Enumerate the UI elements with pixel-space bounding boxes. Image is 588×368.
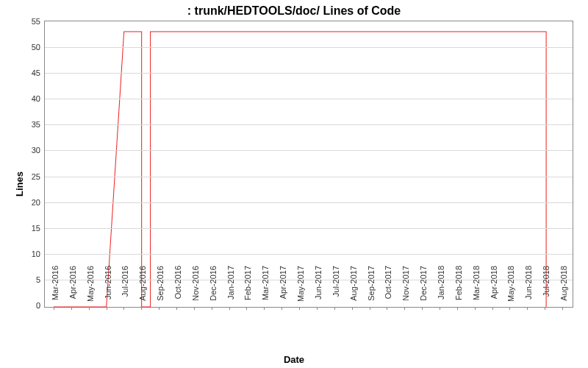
y-tick-label: 20 — [32, 198, 45, 207]
y-tick-label: 10 — [32, 250, 45, 258]
x-tick-label: Nov-2017 — [401, 266, 410, 310]
x-tick-label: Mar-2017 — [261, 266, 270, 310]
x-tick-label: Apr-2017 — [279, 266, 287, 310]
y-axis-label: Lines — [14, 171, 25, 197]
plot-area: 0510152025303540455055Mar-2016Apr-2016Ma… — [44, 21, 573, 308]
y-gridline — [45, 124, 573, 125]
x-tick-label: Jun-2018 — [524, 266, 533, 310]
y-tick-label: 30 — [32, 146, 45, 155]
x-tick-label: May-2016 — [86, 266, 95, 310]
series-layer — [45, 21, 573, 307]
y-tick-label: 55 — [32, 17, 45, 26]
x-tick-label: Apr-2018 — [490, 266, 498, 310]
x-tick-label: Sep-2016 — [156, 266, 165, 310]
chart-title: : trunk/HEDTOOLS/doc/ Lines of Code — [0, 4, 588, 18]
x-tick-label: Feb-2017 — [243, 266, 252, 310]
x-tick-label: Oct-2017 — [384, 266, 392, 310]
x-tick-label: Dec-2017 — [419, 266, 428, 310]
y-gridline — [45, 73, 573, 74]
x-tick-label: Mar-2018 — [472, 266, 481, 310]
x-tick-label: Jul-2016 — [121, 266, 129, 310]
x-tick-label: May-2018 — [506, 266, 515, 310]
x-tick-label: Sep-2017 — [367, 266, 376, 310]
y-gridline — [45, 150, 573, 151]
y-gridline — [45, 254, 573, 255]
title-prefix: : — [187, 4, 195, 17]
y-gridline — [45, 228, 573, 229]
y-gridline — [45, 99, 573, 99]
x-tick-label: Aug-2018 — [559, 266, 568, 310]
x-tick-label: Jan-2017 — [226, 266, 235, 310]
x-tick-label: Aug-2016 — [138, 266, 147, 310]
x-tick-label: Jan-2018 — [437, 266, 445, 310]
x-tick-label: Aug-2017 — [349, 266, 358, 310]
y-tick-label: 35 — [32, 120, 45, 129]
y-gridline — [45, 202, 573, 203]
y-tick-label: 50 — [32, 43, 45, 52]
y-tick-label: 40 — [32, 94, 45, 103]
title-text: trunk/HEDTOOLS/doc/ Lines of Code — [195, 4, 401, 17]
y-tick-label: 45 — [32, 68, 45, 77]
x-tick-label: Jun-2016 — [104, 266, 112, 310]
x-tick-label: Mar-2016 — [51, 266, 60, 310]
y-gridline — [45, 47, 573, 48]
x-tick-label: Apr-2016 — [68, 266, 77, 310]
y-tick-label: 15 — [32, 224, 45, 233]
x-axis-label: Date — [0, 354, 588, 365]
x-tick-label: Oct-2016 — [173, 266, 182, 310]
y-gridline — [45, 177, 573, 177]
x-tick-label: Feb-2018 — [454, 266, 463, 310]
x-tick-label: Jul-2017 — [331, 266, 340, 310]
x-tick-label: Jun-2017 — [314, 266, 323, 310]
x-tick-label: Nov-2016 — [191, 266, 200, 310]
y-tick-label: 0 — [36, 301, 45, 310]
y-tick-label: 5 — [36, 275, 45, 284]
x-tick-label: Jul-2018 — [542, 266, 551, 310]
y-tick-label: 25 — [32, 172, 45, 181]
loc-chart: : trunk/HEDTOOLS/doc/ Lines of Code Line… — [0, 0, 588, 368]
x-tick-label: Dec-2016 — [209, 266, 218, 310]
x-tick-label: May-2017 — [296, 266, 305, 310]
